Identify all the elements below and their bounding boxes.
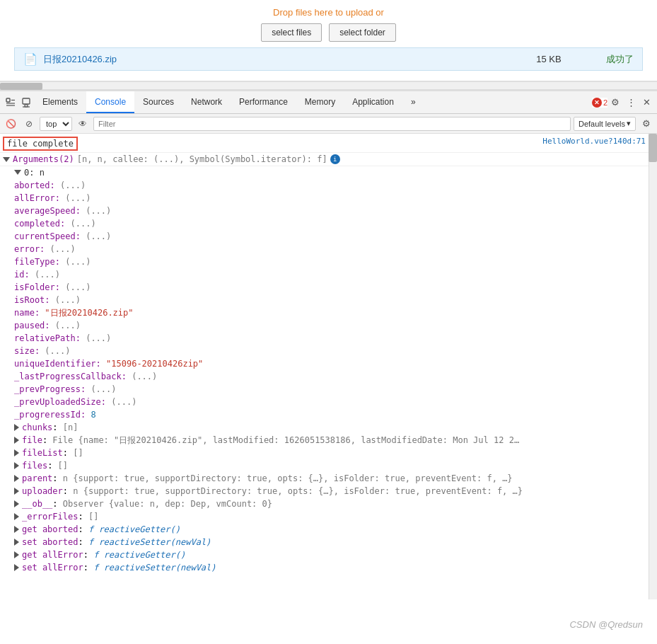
prop-value: (...) bbox=[55, 321, 81, 330]
expand-icon[interactable] bbox=[14, 437, 19, 444]
scrollbar-thumb[interactable] bbox=[0, 83, 42, 90]
expand-icon[interactable] bbox=[14, 462, 19, 469]
select-folder-button[interactable]: select folder bbox=[329, 23, 396, 42]
console-scrollbar[interactable] bbox=[649, 134, 657, 599]
arguments-inline: [n, n, callee: (...), Symbol(Symbol.iter… bbox=[77, 154, 327, 164]
levels-button[interactable]: Default levels ▾ bbox=[574, 117, 636, 131]
expand-icon[interactable] bbox=[14, 539, 19, 546]
prop-name: id: bbox=[14, 270, 35, 280]
eye-icon[interactable]: 👁 bbox=[75, 116, 91, 132]
expand-row[interactable]: fileList: [] bbox=[0, 447, 649, 459]
expand-row[interactable]: __ob__: Observer {value: n, dep: Dep, vm… bbox=[0, 498, 649, 510]
log-location[interactable]: HelloWorld.vue?140d:71 bbox=[537, 137, 646, 146]
expand-label: file: File {name: "日报20210426.zip", last… bbox=[22, 435, 519, 446]
prop-row: uniqueIdentifier: "15096-20210426zip" bbox=[0, 357, 649, 370]
expand-row[interactable]: parent: n {support: true, supportDirecto… bbox=[0, 472, 649, 485]
uploaded-file-row: 📄 日报20210426.zip 15 KB 成功了 bbox=[14, 47, 643, 71]
prop-name: uniqueIdentifier: bbox=[14, 359, 106, 369]
device-toggle-icon[interactable] bbox=[18, 95, 34, 110]
expand-row[interactable]: set aborted: f reactiveSetter(newVal) bbox=[0, 536, 649, 548]
prop-row: fileType: (...) bbox=[0, 255, 649, 268]
prop-name: currentSpeed: bbox=[14, 231, 86, 241]
context-select[interactable]: top bbox=[40, 117, 72, 131]
expand-row[interactable]: files: [] bbox=[0, 459, 649, 472]
prop-value: (...) bbox=[86, 333, 111, 343]
filter-icon[interactable]: ⊘ bbox=[21, 116, 37, 132]
prop-value: (...) bbox=[91, 384, 116, 394]
prop-name: isRoot: bbox=[14, 295, 55, 305]
horizontal-scrollbar[interactable] bbox=[0, 81, 657, 90]
expand-row[interactable]: chunks: [n] bbox=[0, 421, 649, 434]
error-badge: ✕ 2 bbox=[592, 98, 607, 108]
prop-name: _prevUploadedSize: bbox=[14, 397, 111, 407]
expand-icon[interactable] bbox=[14, 488, 19, 495]
prop-value: (...) bbox=[65, 282, 91, 292]
prop-name: fileType: bbox=[14, 257, 65, 267]
clear-console-icon[interactable]: 🚫 bbox=[3, 116, 18, 132]
prop-name: error: bbox=[14, 244, 50, 254]
watermark: CSDN @Qredsun bbox=[569, 619, 643, 630]
expand-icon[interactable] bbox=[14, 424, 19, 431]
expand-icon[interactable] bbox=[14, 551, 19, 558]
tab-elements[interactable]: Elements bbox=[34, 91, 86, 113]
tab-network[interactable]: Network bbox=[182, 91, 231, 113]
filter-input[interactable] bbox=[93, 117, 571, 131]
tab-console[interactable]: Console bbox=[86, 91, 134, 113]
tab-application[interactable]: Application bbox=[344, 91, 402, 113]
expand-icon[interactable] bbox=[14, 449, 19, 456]
console-toolbar: 🚫 ⊘ top 👁 Default levels ▾ ⚙ bbox=[0, 114, 657, 134]
inspect-icon[interactable] bbox=[3, 95, 18, 110]
prop-row: completed: (...) bbox=[0, 217, 649, 230]
info-icon[interactable]: i bbox=[330, 154, 340, 164]
prop-value: (...) bbox=[70, 219, 95, 229]
expand-row[interactable]: get aborted: f reactiveGetter() bbox=[0, 523, 649, 536]
prop-row: name: "日报20210426.zip" bbox=[0, 306, 649, 319]
log-line-arguments: Arguments(2) [n, n, callee: (...), Symbo… bbox=[0, 153, 649, 166]
console-settings-icon[interactable]: ⚙ bbox=[639, 116, 654, 132]
prop-name: completed: bbox=[14, 219, 70, 229]
tab-memory[interactable]: Memory bbox=[296, 91, 344, 113]
prop-value: (...) bbox=[86, 206, 111, 216]
expand-row[interactable]: _errorFiles: [] bbox=[0, 510, 649, 523]
tab-sources[interactable]: Sources bbox=[134, 91, 182, 113]
prop-row: currentSpeed: (...) bbox=[0, 230, 649, 243]
prop-name: allError: bbox=[14, 193, 65, 203]
drop-text: Drop files here to upload or bbox=[14, 7, 643, 18]
prop-row: paused: (...) bbox=[0, 319, 649, 332]
prop-row: _progreressId: 8 bbox=[0, 408, 649, 421]
settings-icon[interactable]: ⚙ bbox=[607, 95, 623, 110]
expand-row[interactable]: uploader: n {support: true, supportDirec… bbox=[0, 485, 649, 498]
prop-value: (...) bbox=[65, 193, 91, 203]
file-name: 日报20210426.zip bbox=[43, 53, 521, 66]
expand-row[interactable]: set allError: f reactiveSetter(newVal) bbox=[0, 561, 649, 574]
expand-0-icon[interactable] bbox=[14, 170, 21, 175]
expandable-list: chunks: [n]file: File {name: "日报20210426… bbox=[0, 421, 649, 574]
expand-arguments-icon[interactable] bbox=[3, 157, 10, 162]
prop-row: relativePath: (...) bbox=[0, 332, 649, 345]
arguments-label: Arguments(2) bbox=[13, 154, 74, 164]
upload-buttons: select files select folder bbox=[14, 23, 643, 42]
expand-icon[interactable] bbox=[14, 475, 19, 482]
expand-label: files: [] bbox=[22, 460, 68, 471]
expand-row[interactable]: file: File {name: "日报20210426.zip", last… bbox=[0, 434, 649, 447]
expand-icon[interactable] bbox=[14, 564, 19, 571]
prop-name: paused: bbox=[14, 321, 55, 330]
expand-row[interactable]: get allError: f reactiveGetter() bbox=[0, 548, 649, 561]
close-devtools-icon[interactable]: ✕ bbox=[639, 95, 654, 110]
prop-name: name: bbox=[14, 308, 45, 318]
expand-icon[interactable] bbox=[14, 500, 19, 507]
upload-area: Drop files here to upload or select file… bbox=[0, 0, 657, 81]
prop-row: _prevProgress: (...) bbox=[0, 383, 649, 396]
more-options-icon[interactable]: ⋮ bbox=[623, 95, 639, 110]
expand-icon[interactable] bbox=[14, 526, 19, 533]
scrollbar-thumb[interactable] bbox=[649, 134, 657, 162]
prop-name: _progreressId: bbox=[14, 410, 91, 420]
select-files-button[interactable]: select files bbox=[261, 23, 322, 42]
expand-label: set aborted: f reactiveSetter(newVal) bbox=[22, 536, 211, 548]
tab-performance[interactable]: Performance bbox=[231, 91, 296, 113]
tab-more[interactable]: » bbox=[402, 91, 424, 113]
expand-icon[interactable] bbox=[14, 513, 19, 520]
chevron-down-icon: ▾ bbox=[627, 119, 631, 128]
item-0-row[interactable]: 0: n bbox=[0, 166, 649, 179]
prop-row: aborted: (...) bbox=[0, 179, 649, 192]
